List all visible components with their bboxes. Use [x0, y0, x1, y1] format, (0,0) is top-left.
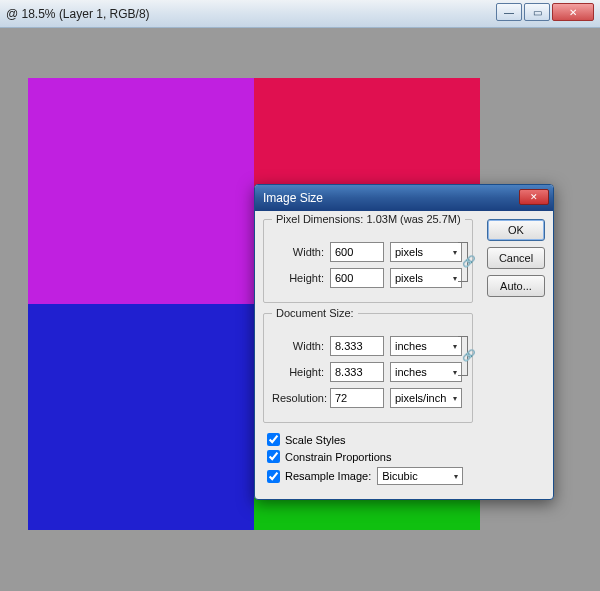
- doc-width-unit-text: inches: [395, 340, 427, 352]
- window-controls: ― ▭ ✕: [496, 3, 594, 21]
- pixel-dimensions-legend: Pixel Dimensions: 1.03M (was 25.7M): [272, 213, 465, 225]
- doc-width-unit-select[interactable]: inches ▾: [390, 336, 462, 356]
- close-icon: ✕: [569, 7, 577, 18]
- chevron-down-icon: ▾: [453, 274, 457, 283]
- dialog-left-column: Pixel Dimensions: 1.03M (was 25.7M) Widt…: [263, 219, 473, 485]
- scale-styles-checkbox[interactable]: [267, 433, 280, 446]
- scale-styles-row: Scale Styles: [267, 433, 473, 446]
- doc-width-row: Width: inches ▾: [272, 336, 464, 356]
- chevron-down-icon: ▾: [454, 472, 458, 481]
- pixel-height-row: Height: pixels ▾: [272, 268, 464, 288]
- maximize-icon: ▭: [533, 7, 542, 18]
- resample-method-select[interactable]: Bicubic ▾: [377, 467, 463, 485]
- resample-checkbox[interactable]: [267, 470, 280, 483]
- document-size-group: Document Size: Width: inches ▾ Height:: [263, 313, 473, 423]
- pixel-height-input[interactable]: [330, 268, 384, 288]
- image-size-dialog: Image Size ✕ Pixel Dimensions: 1.03M (wa…: [254, 184, 554, 500]
- maximize-button[interactable]: ▭: [524, 3, 550, 21]
- constrain-checkbox[interactable]: [267, 450, 280, 463]
- pixel-height-label: Height:: [272, 272, 330, 284]
- link-icon[interactable]: 🔗: [462, 349, 476, 362]
- dialog-close-button[interactable]: ✕: [519, 189, 549, 205]
- chevron-down-icon: ▾: [453, 368, 457, 377]
- dialog-title-text: Image Size: [263, 191, 323, 205]
- ok-label: OK: [508, 224, 524, 236]
- cancel-button[interactable]: Cancel: [487, 247, 545, 269]
- chevron-down-icon: ▾: [453, 394, 457, 403]
- main-titlebar: @ 18.5% (Layer 1, RGB/8) ― ▭ ✕: [0, 0, 600, 28]
- doc-width-label: Width:: [272, 340, 330, 352]
- app-window: @ 18.5% (Layer 1, RGB/8) ― ▭ ✕ Image Siz…: [0, 0, 600, 591]
- auto-label: Auto...: [500, 280, 532, 292]
- dialog-titlebar[interactable]: Image Size ✕: [255, 185, 553, 211]
- resolution-input[interactable]: [330, 388, 384, 408]
- close-icon: ✕: [530, 192, 538, 202]
- resolution-row: Resolution: pixels/inch ▾: [272, 388, 464, 408]
- pixel-width-input[interactable]: [330, 242, 384, 262]
- pixel-width-label: Width:: [272, 246, 330, 258]
- options-checks: Scale Styles Constrain Proportions Resam…: [267, 433, 473, 485]
- resolution-unit-text: pixels/inch: [395, 392, 446, 404]
- ok-button[interactable]: OK: [487, 219, 545, 241]
- resample-label: Resample Image:: [285, 470, 371, 482]
- chevron-down-icon: ▾: [453, 248, 457, 257]
- pixel-width-row: Width: pixels ▾: [272, 242, 464, 262]
- canvas-quadrant-blue: [28, 304, 254, 530]
- pixel-dimensions-group: Pixel Dimensions: 1.03M (was 25.7M) Widt…: [263, 219, 473, 303]
- pixel-height-unit-select[interactable]: pixels ▾: [390, 268, 462, 288]
- cancel-label: Cancel: [499, 252, 533, 264]
- dialog-button-column: OK Cancel Auto...: [487, 219, 545, 297]
- doc-height-unit-select[interactable]: inches ▾: [390, 362, 462, 382]
- resolution-label: Resolution:: [272, 392, 330, 404]
- close-main-button[interactable]: ✕: [552, 3, 594, 21]
- resample-row: Resample Image: Bicubic ▾: [267, 467, 473, 485]
- resample-method-text: Bicubic: [382, 470, 417, 482]
- doc-height-input[interactable]: [330, 362, 384, 382]
- scale-styles-label: Scale Styles: [285, 434, 346, 446]
- document-size-legend: Document Size:: [272, 307, 358, 319]
- doc-height-row: Height: inches ▾: [272, 362, 464, 382]
- minimize-icon: ―: [504, 7, 514, 18]
- auto-button[interactable]: Auto...: [487, 275, 545, 297]
- workarea: Image Size ✕ Pixel Dimensions: 1.03M (wa…: [0, 28, 600, 591]
- chevron-down-icon: ▾: [453, 342, 457, 351]
- minimize-button[interactable]: ―: [496, 3, 522, 21]
- constrain-label: Constrain Proportions: [285, 451, 391, 463]
- pixel-width-unit-select[interactable]: pixels ▾: [390, 242, 462, 262]
- resolution-unit-select[interactable]: pixels/inch ▾: [390, 388, 462, 408]
- dialog-body: Pixel Dimensions: 1.03M (was 25.7M) Widt…: [255, 211, 553, 499]
- link-icon[interactable]: 🔗: [462, 255, 476, 268]
- doc-height-unit-text: inches: [395, 366, 427, 378]
- doc-height-label: Height:: [272, 366, 330, 378]
- canvas-quadrant-magenta: [28, 78, 254, 304]
- pixel-height-unit-text: pixels: [395, 272, 423, 284]
- main-title: @ 18.5% (Layer 1, RGB/8): [6, 7, 150, 21]
- pixel-width-unit-text: pixels: [395, 246, 423, 258]
- constrain-row: Constrain Proportions: [267, 450, 473, 463]
- doc-width-input[interactable]: [330, 336, 384, 356]
